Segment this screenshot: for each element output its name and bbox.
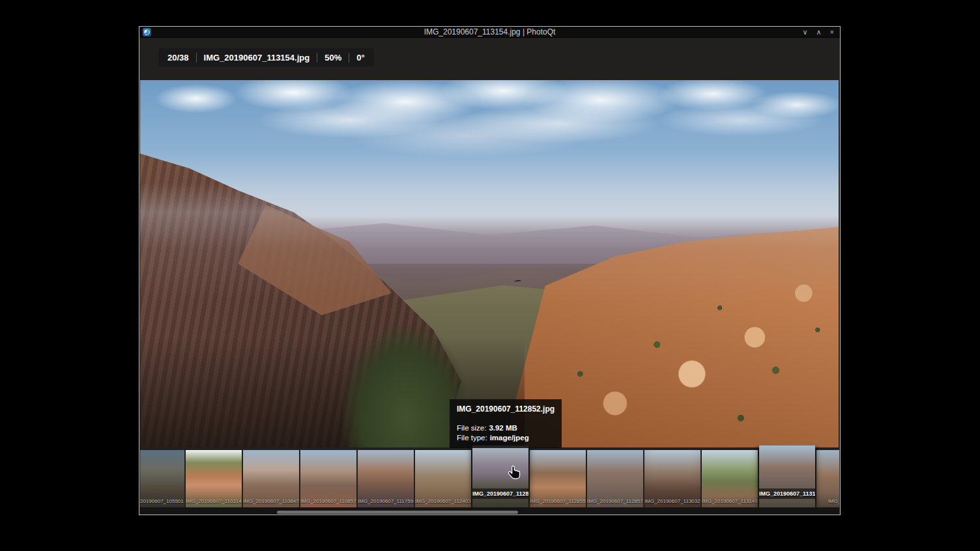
thumbnail[interactable]: 20190607_105501.jpg [140,450,184,507]
minimize-icon[interactable]: ∨ [802,27,807,38]
thumbnail-label: IMG_20190607_111759.jpg [358,498,414,504]
thumbnail-label: IMG_20190607_113149.jpg [702,498,758,504]
thumbnail-label: IMG_20190607_110847.jpg [243,498,299,504]
thumbnail[interactable]: IMG_2019060 [816,450,839,507]
mouse-cursor-hand-icon [508,465,522,483]
thumbnail[interactable]: IMG_20190607_110857.jpg [300,450,356,507]
tooltip-filename: IMG_20190607_112852.jpg [457,404,555,415]
thumbnail-label: IMG_20190607_112403.jpg [415,498,471,504]
rotation-angle: 0° [356,53,364,63]
thumbnail[interactable]: IMG_20190607_110847.jpg [243,450,299,507]
separator [196,53,197,63]
thumbnail[interactable]: IMG_20190607_112403.jpg [415,450,471,507]
separator [349,53,349,63]
viewer-content: 20/38 IMG_20190607_113154.jpg 50% 0° [139,38,840,515]
thumbnail-label: IMG_20190607_113154.jpg [759,488,815,499]
photoqt-window: IMG_20190607_113154.jpg | PhotoQt ∨ ∧ × … [139,26,841,515]
close-icon[interactable]: × [830,27,834,38]
thumbnail[interactable]: IMG_20190607_110314.jpg [186,450,242,507]
thumbnail[interactable]: IMG_20190607_112857.jpg [587,450,643,507]
tooltip-file-type: File type:image/jpeg [457,433,555,443]
thumbnail[interactable]: IMG_20190607_112855.jpg [530,450,586,507]
thumbnail[interactable]: IMG_20190607_113149.jpg [702,450,758,507]
thumbnail-label: IMG_20190607_112855.jpg [530,498,586,504]
thumbnail-selected[interactable]: IMG_20190607_113154.jpg [759,445,815,507]
thumbnail[interactable]: IMG_20190607_111759.jpg [358,450,414,507]
zoom-level: 50% [324,53,341,63]
tooltip-file-size: File size:3.92 MB [457,423,555,433]
photoqt-logo-icon [144,29,150,35]
image-position-counter: 20/38 [167,53,189,63]
thumbnail-scrollbar[interactable] [277,511,518,514]
titlebar[interactable]: IMG_20190607_113154.jpg | PhotoQt ∨ ∧ × [139,27,840,38]
maximize-icon[interactable]: ∧ [816,27,822,38]
window-controls: ∨ ∧ × [802,27,834,38]
thumbnail-label: IMG_20190607_113032.jpg [644,498,700,504]
thumbnail-label: 20190607_105501.jpg [140,498,184,504]
strip-scroll-area [140,507,839,515]
separator [317,53,317,63]
window-title: IMG_20190607_113154.jpg | PhotoQt [139,27,840,38]
thumbnail-label: IMG_20190607_110314.jpg [186,498,242,504]
thumbnail-label: IMG_20190607_110857.jpg [300,498,356,504]
main-image[interactable] [140,80,839,447]
thumbnail-tooltip: IMG_20190607_112852.jpg File size:3.92 M… [450,399,562,448]
desktop: IMG_20190607_113154.jpg | PhotoQt ∨ ∧ × … [0,0,980,551]
photoqt-app-icon [143,28,151,36]
current-filename: IMG_20190607_113154.jpg [204,53,310,63]
thumbnail-label: IMG_2019060 [816,498,839,504]
thumbnail-label: IMG_20190607_112857.jpg [587,498,643,504]
image-info-overlay: 20/38 IMG_20190607_113154.jpg 50% 0° [158,48,374,66]
thumbnail[interactable]: IMG_20190607_113032.jpg [644,450,700,507]
thumbnail-strip: 20190607_105501.jpg IMG_20190607_110314.… [140,445,839,507]
thumbnail-label: IMG_20190607_112852.jpg [472,488,528,499]
tooltip-spacer [457,415,555,423]
